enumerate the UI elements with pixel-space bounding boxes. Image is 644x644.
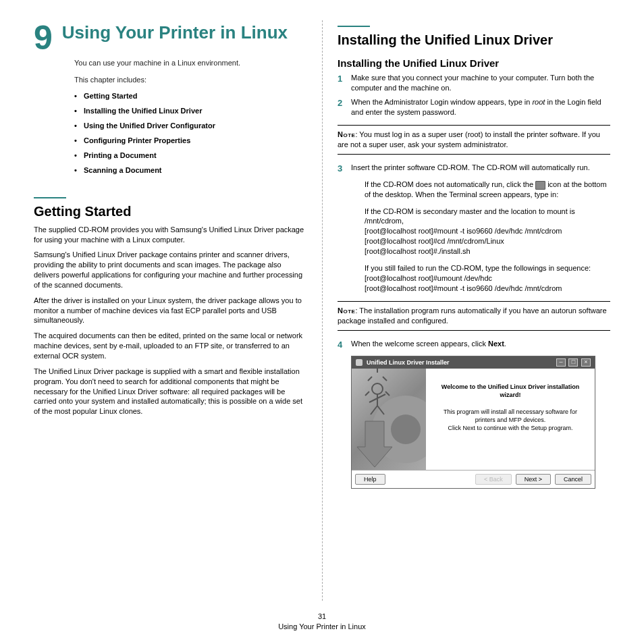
wizard-line: Click Next to continue with the Setup pr… [434,425,587,433]
note-text: : The installation program runs automati… [338,306,607,325]
getting-started-heading: Getting Started [34,204,307,219]
intro-text: You can use your machine in a Linux envi… [74,58,307,68]
root-literal: root [532,98,545,106]
chapter-number: 9 [34,24,53,51]
toc-item: Installing the Unified Linux Driver [74,107,307,115]
chapter-title: Using Your Printer in Linux [62,23,288,43]
command: [root@localhost root]#./install.sh [365,246,610,257]
section-rule [34,197,66,198]
wizard-titlebar: Unified Linux Driver Installer – □ × [352,356,595,369]
wizard-app-icon [356,359,363,366]
paragraph: The acquired documents can then be edite… [34,331,307,361]
step-4: 4 When the welcome screen appears, click… [338,339,610,349]
wizard-line: This program will install all necessary … [434,408,587,424]
note-box: Note: The installation program runs auto… [338,301,610,331]
wizard-sidebar-graphic [352,369,426,470]
sub-block: If the CD-ROM is secondary master and th… [365,207,610,257]
sub-block: If you still failed to run the CD-ROM, t… [365,263,610,294]
text: If you still failed to run the CD-ROM, t… [365,263,610,273]
installer-wizard: Unified Linux Driver Installer – □ × [351,356,595,489]
step-text: When the welcome screen appears, click [351,340,488,348]
footer-label: Using Your Printer in Linux [0,622,644,632]
paragraph: The Unified Linux Driver package is supp… [34,367,307,417]
toc-item: Using the Unified Driver Configurator [74,122,307,130]
toc-item: Configuring Printer Properties [74,136,307,144]
wizard-footer: Help < Back Next > Cancel [352,470,595,488]
wizard-main: Welcome to the Unified Linux Driver inst… [426,369,595,470]
toc-item: Printing a Document [74,151,307,159]
next-literal: Next [488,340,504,348]
wizard-title-text: Unified Linux Driver Installer [367,359,450,366]
step-text: . [504,340,506,348]
command: [root@localhost root]#mount -t iso9660 /… [365,284,610,294]
paragraph: The supplied CD-ROM provides you with Sa… [34,225,307,245]
chapter-heading: 9 Using Your Printer in Linux [34,23,307,51]
includes-lead: This chapter includes: [74,75,307,85]
text: If the CD-ROM is secondary master and th… [365,207,610,227]
minimize-icon[interactable]: – [556,358,566,367]
next-button[interactable]: Next > [516,474,551,485]
step-text: When the Administrator Login window appe… [351,98,532,106]
install-heading: Installing the Unified Linux Driver [338,32,610,48]
install-subheading: Installing the Unified Linux Driver [338,57,610,69]
command: [root@localhost root]#umount /dev/hdc [365,273,610,284]
cancel-button[interactable]: Cancel [555,474,591,485]
wizard-welcome: Welcome to the Unified Linux Driver inst… [434,383,587,399]
back-button[interactable]: < Back [475,474,512,485]
page-footer: 31 Using Your Printer in Linux [0,612,644,632]
step-2: 2 When the Administrator Login window ap… [338,97,610,117]
step-text: Insert the printer software CD-ROM. The … [351,163,590,171]
chapter-toc: Getting Started Installing the Unified L… [74,92,307,174]
note-text: : You must log in as a super user (root)… [338,130,600,149]
svg-point-1 [391,414,421,444]
step-3: 3Insert the printer software CD-ROM. The… [338,163,610,293]
help-button[interactable]: Help [355,474,385,485]
toc-item: Getting Started [74,92,307,100]
paragraph: Samsung's Unified Linux Driver package c… [34,250,307,290]
toc-item: Scanning a Document [74,166,307,174]
paragraph: After the driver is installed on your Li… [34,296,307,326]
command: [root@localhost root]#mount -t iso9660 /… [365,226,610,236]
sub-block: If the CD-ROM does not automatically run… [365,180,610,200]
close-icon[interactable]: × [581,358,591,367]
step-1: 1Make sure that you connect your machine… [338,73,610,93]
svg-point-2 [372,383,383,394]
page-number: 31 [0,612,644,622]
command: [root@localhost root]#cd /mnt/cdrom/Linu… [365,236,610,246]
step-text: Make sure that you connect your machine … [351,74,594,92]
text: If the CD-ROM does not automatically run… [365,180,535,188]
section-rule [338,26,370,27]
maximize-icon[interactable]: □ [568,358,578,367]
terminal-icon [535,181,545,190]
note-box: Note: You must log in as a super user (r… [338,125,610,155]
note-label: Note [338,306,355,315]
note-label: Note [338,130,355,138]
wizard-graphic-svg [352,369,426,470]
